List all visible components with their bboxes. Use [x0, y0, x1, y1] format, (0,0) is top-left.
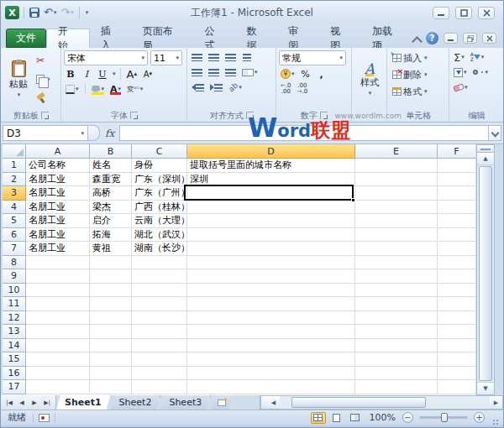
cell-B11[interactable]	[90, 297, 132, 311]
insert-cells-button[interactable]: 插入▾	[390, 50, 430, 65]
cell-E8[interactable]	[355, 256, 438, 270]
fill-handle[interactable]	[351, 198, 355, 202]
minimize-ribbon-icon[interactable]	[413, 36, 421, 41]
col-header-D[interactable]: D	[187, 144, 355, 159]
cell-C15[interactable]	[132, 352, 187, 367]
cell-D16[interactable]	[187, 367, 355, 381]
cell-E11[interactable]	[355, 297, 438, 311]
cell-C16[interactable]	[132, 367, 187, 381]
italic-button[interactable]: I	[80, 67, 93, 81]
font-name-select[interactable]: 宋体▾	[64, 50, 148, 65]
cell-E12[interactable]	[355, 311, 438, 326]
cell-C3[interactable]: 广东（广州）	[132, 186, 187, 201]
number-dialog-launcher[interactable]	[320, 112, 328, 119]
row-header-8[interactable]: 8	[3, 256, 26, 270]
tab-formulas[interactable]: 公式	[193, 29, 235, 48]
cell-C1[interactable]: 身份	[132, 159, 187, 173]
cell-C13[interactable]	[132, 325, 187, 339]
cell-E6[interactable]	[355, 228, 438, 243]
scroll-left-button[interactable]: ◀	[267, 396, 280, 409]
cell-D12[interactable]	[187, 311, 355, 326]
cell-E10[interactable]	[355, 284, 438, 298]
cell-F17[interactable]	[438, 380, 475, 394]
col-header-A[interactable]: A	[26, 144, 90, 159]
align-bottom-button[interactable]	[223, 50, 238, 64]
row-header-2[interactable]: 2	[3, 173, 26, 187]
cell-C11[interactable]	[132, 297, 187, 311]
number-format-select[interactable]: 常规▾	[279, 50, 346, 65]
cell-D6[interactable]	[187, 228, 355, 243]
font-dialog-launcher[interactable]	[130, 112, 138, 119]
sheet-tab-sheet2[interactable]: Sheet2	[111, 395, 161, 410]
col-header-F[interactable]: F	[438, 144, 475, 159]
format-cells-button[interactable]: 格式▾	[390, 84, 430, 99]
scroll-down-button[interactable]: ▼	[477, 382, 494, 394]
row-header-9[interactable]: 9	[3, 269, 26, 284]
format-painter-button[interactable]	[34, 91, 53, 107]
col-header-C[interactable]: C	[132, 144, 187, 159]
row-header-11[interactable]: 11	[3, 297, 26, 311]
cell-C8[interactable]	[132, 256, 187, 270]
phonetic-guide-button[interactable]: 変ws▾	[125, 82, 144, 96]
save-button[interactable]	[29, 8, 40, 18]
cell-C7[interactable]: 湖南（长沙）	[132, 242, 187, 256]
fill-color-button[interactable]: ▾	[90, 82, 107, 96]
row-header-13[interactable]: 13	[3, 325, 26, 339]
copy-button[interactable]: ▾	[34, 72, 53, 87]
scroll-right-button[interactable]: ▶	[490, 396, 502, 409]
tab-split-handle[interactable]	[260, 396, 267, 409]
selection-box-D3[interactable]	[184, 185, 354, 201]
cell-E15[interactable]	[355, 352, 438, 367]
cell-C4[interactable]: 广西（桂林）	[132, 201, 187, 215]
cell-D14[interactable]	[187, 339, 355, 353]
find-select-button[interactable]: ▾	[471, 65, 491, 79]
cell-A3[interactable]: 名朋工业	[26, 186, 90, 201]
cell-F13[interactable]	[438, 325, 475, 339]
grow-font-button[interactable]: A▴	[125, 67, 139, 81]
cell-D17[interactable]	[187, 380, 355, 394]
split-box[interactable]	[477, 145, 494, 153]
cell-E3[interactable]	[355, 186, 438, 201]
horizontal-scrollbar[interactable]: ◀ ▶	[260, 395, 503, 410]
cell-B4[interactable]: 梁杰	[90, 201, 132, 215]
cell-E14[interactable]	[355, 339, 438, 353]
orientation-button[interactable]: ab▾	[227, 81, 244, 94]
bold-button[interactable]: B	[64, 67, 77, 81]
cell-B12[interactable]	[90, 311, 132, 326]
prev-sheet-button[interactable]: ◀	[16, 399, 28, 406]
cell-F3[interactable]	[438, 186, 475, 201]
cell-E16[interactable]	[355, 367, 438, 381]
workbook-close-button[interactable]	[482, 33, 496, 44]
cell-D5[interactable]	[187, 214, 355, 228]
col-header-B[interactable]: B	[90, 144, 132, 159]
cell-F12[interactable]	[438, 311, 475, 326]
cell-B6[interactable]: 拓海	[90, 228, 132, 243]
excel-logo-icon[interactable]: X	[5, 6, 19, 19]
select-all-corner[interactable]	[3, 144, 26, 159]
cell-A16[interactable]	[26, 367, 90, 381]
cell-E7[interactable]	[355, 242, 438, 256]
paste-button[interactable]: 粘贴 ▾	[3, 50, 34, 109]
cell-B2[interactable]: 森重宽	[90, 173, 132, 187]
cell-F16[interactable]	[438, 367, 475, 381]
cell-D10[interactable]	[187, 284, 355, 298]
cell-B9[interactable]	[90, 269, 132, 284]
cell-B10[interactable]	[90, 284, 132, 298]
tab-addins[interactable]: 加载项	[361, 29, 413, 48]
cell-B8[interactable]	[90, 256, 132, 270]
row-header-3[interactable]: 3	[3, 186, 26, 201]
row-header-12[interactable]: 12	[3, 311, 26, 326]
cell-C10[interactable]	[132, 284, 187, 298]
tab-data[interactable]: 数据	[235, 29, 277, 48]
cut-button[interactable]: ✂	[34, 53, 53, 68]
cell-A4[interactable]: 名朋工业	[26, 201, 90, 215]
cell-B15[interactable]	[90, 352, 132, 367]
cell-D11[interactable]	[187, 297, 355, 311]
insert-worksheet-button[interactable]	[211, 395, 233, 410]
cell-D1[interactable]: 提取括号里面的城市名称	[187, 159, 355, 173]
cell-B3[interactable]: 高桥	[90, 186, 132, 201]
vertical-scroll-thumb[interactable]	[479, 166, 492, 381]
row-header-1[interactable]: 1	[3, 159, 26, 173]
cell-A1[interactable]: 公司名称	[26, 159, 90, 173]
cell-E9[interactable]	[355, 269, 438, 284]
